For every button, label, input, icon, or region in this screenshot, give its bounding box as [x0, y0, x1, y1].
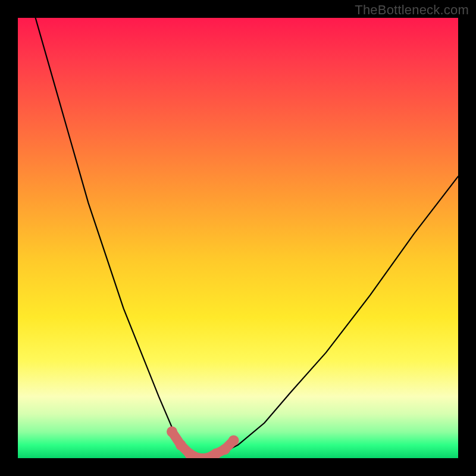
curve-layer [18, 18, 458, 458]
trough-dot [228, 435, 239, 446]
trough-dot [167, 427, 177, 437]
watermark-text: TheBottleneck.com [355, 2, 469, 18]
plot-area [18, 18, 458, 458]
trough-dot [176, 440, 186, 450]
chart-frame: TheBottleneck.com [0, 0, 476, 476]
bottleneck-curve [36, 18, 458, 458]
trough-dot [220, 444, 230, 455]
